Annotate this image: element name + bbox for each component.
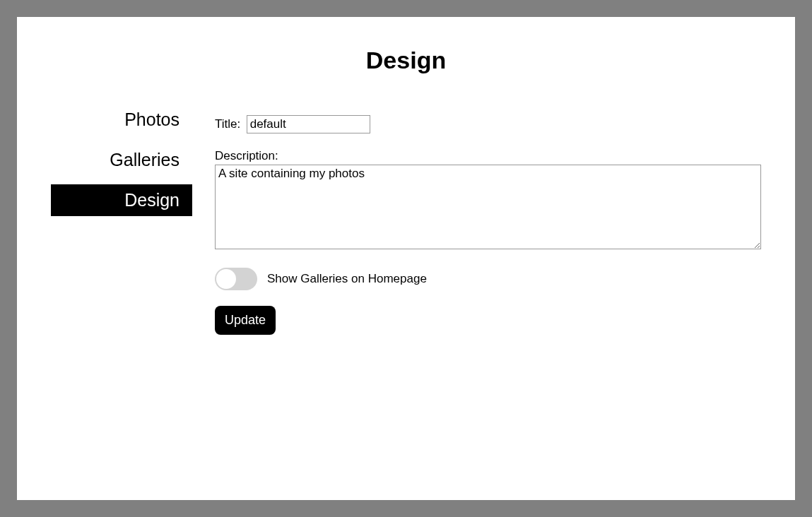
title-field-row: Title: [215,115,761,133]
sidebar-item-design[interactable]: Design [51,184,192,216]
description-field-row: Description: [215,149,761,252]
toggle-row: Show Galleries on Homepage [215,268,761,290]
page-title: Design [17,47,795,74]
title-input[interactable] [247,115,370,133]
main-content: Title: Description: Show Galleries on Ho… [215,94,761,335]
description-label: Description: [215,149,761,163]
layout: Photos Galleries Design Title: Descripti… [17,94,795,335]
sidebar-item-photos[interactable]: Photos [51,104,192,136]
show-galleries-toggle[interactable] [215,268,257,290]
sidebar: Photos Galleries Design [51,94,192,335]
update-button[interactable]: Update [215,306,276,335]
toggle-label: Show Galleries on Homepage [267,272,427,286]
toggle-knob [216,269,236,289]
title-label: Title: [215,117,240,131]
app-card: Design Photos Galleries Design Title: De… [17,17,795,500]
sidebar-item-galleries[interactable]: Galleries [51,144,192,176]
description-textarea[interactable] [215,165,761,249]
